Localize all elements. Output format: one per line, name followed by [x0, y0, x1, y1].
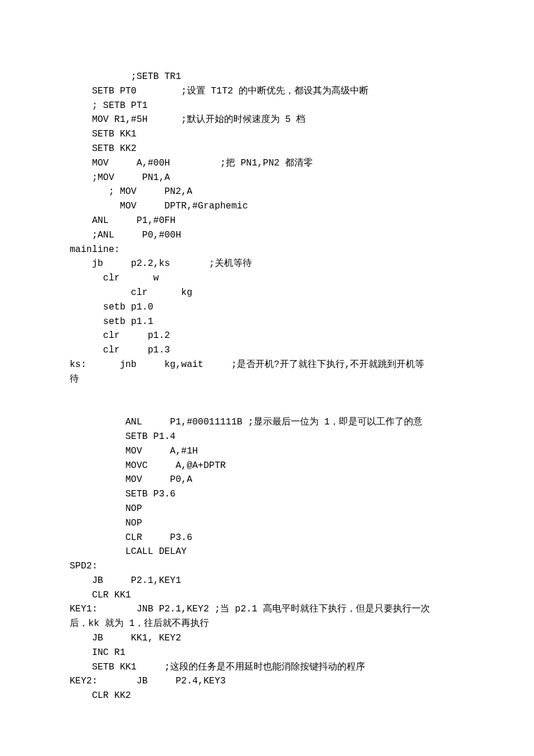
code-line: SETB KK1 ;这段的任务是不用延时也能消除按键抖动的程序	[70, 660, 464, 675]
code-line: KEY1: JNB P2.1,KEY2 ;当 p2.1 高电平时就往下执行，但是…	[70, 602, 464, 617]
code-line: MOVC A,@A+DPTR	[70, 459, 464, 473]
code-line: SPD2:	[70, 559, 464, 574]
code-line: ; MOV PN2,A	[70, 185, 464, 199]
code-line: 后，kk 就为 1，往后就不再执行	[70, 617, 464, 631]
code-line: CLR KK2	[70, 689, 464, 703]
code-line: MOV P0,A	[70, 473, 464, 487]
code-line: 待	[70, 372, 464, 387]
code-line: MOV DPTR,#Graphemic	[70, 199, 464, 214]
code-line: SETB KK2	[70, 142, 464, 156]
code-line: jb p2.2,ks ;关机等待	[70, 257, 464, 271]
code-line: NOP	[70, 516, 464, 531]
code-line: ANL P1,#0FH	[70, 214, 464, 228]
code-line: SETB PT0 ;设置 T1T2 的中断优先，都设其为高级中断	[70, 84, 464, 99]
code-line: INC R1	[70, 646, 464, 660]
code-line: ; SETB PT1	[70, 99, 464, 113]
code-line: JB KK1, KEY2	[70, 631, 464, 646]
code-line: CLR P3.6	[70, 531, 464, 545]
code-line: ANL P1,#00011111B ;显示最后一位为 1，即是可以工作了的意	[70, 415, 464, 430]
code-line	[70, 401, 464, 415]
code-line: MOV A,#1H	[70, 444, 464, 459]
code-line: clr kg	[70, 286, 464, 300]
code-line: clr w	[70, 271, 464, 286]
assembly-code-document: ;SETB TR1 SETB PT0 ;设置 T1T2 的中断优先，都设其为高级…	[0, 0, 534, 750]
code-line: MOV R1,#5H ;默认开始的时候速度为 5 档	[70, 113, 464, 127]
code-line: NOP	[70, 502, 464, 516]
code-line: mainline:	[70, 243, 464, 257]
code-line: SETB P1.4	[70, 430, 464, 444]
code-line: ;SETB TR1	[70, 70, 464, 84]
code-line: SETB P3.6	[70, 487, 464, 502]
code-line: ;ANL P0,#00H	[70, 228, 464, 243]
code-line	[70, 387, 464, 401]
code-line: ks: jnb kg,wait ;是否开机?开了就往下执行,不开就跳到开机等	[70, 358, 464, 372]
code-line: KEY2: JB P2.4,KEY3	[70, 674, 464, 689]
code-line: clr p1.2	[70, 329, 464, 343]
code-line: SETB KK1	[70, 127, 464, 142]
code-line: setb p1.0	[70, 300, 464, 315]
code-line: clr p1.3	[70, 343, 464, 358]
code-line: MOV A,#00H ;把 PN1,PN2 都清零	[70, 156, 464, 171]
code-line: setb p1.1	[70, 315, 464, 329]
code-line: ;MOV PN1,A	[70, 171, 464, 185]
code-line: JB P2.1,KEY1	[70, 574, 464, 588]
code-line: CLR KK1	[70, 588, 464, 603]
code-line: LCALL DELAY	[70, 545, 464, 559]
